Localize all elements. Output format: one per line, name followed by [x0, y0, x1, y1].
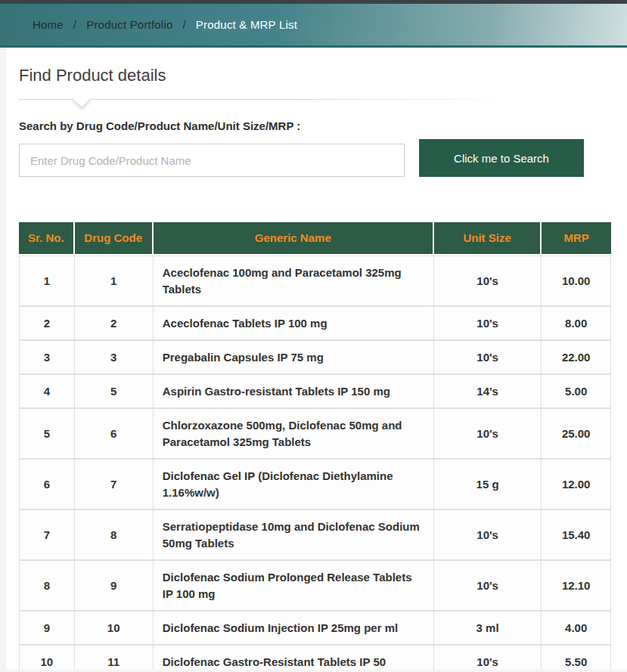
- col-header-mrp: MRP: [542, 222, 611, 255]
- cell-unit: 3 ml: [434, 612, 542, 646]
- cell-unit: 14's: [434, 375, 542, 409]
- table-row: 11Aceclofenac 100mg and Paracetamol 325m…: [19, 255, 611, 307]
- table-row: 33Pregabalin Capsules IP 75 mg10's22.00: [19, 341, 611, 375]
- cell-code: 9: [75, 561, 154, 612]
- cell-sr: 10: [19, 646, 75, 670]
- cell-mrp: 5.50: [542, 646, 611, 670]
- breadcrumb-item-product-mrp-list: Product & MRP List: [196, 18, 297, 31]
- cell-name: Aspirin Gastro-resistant Tablets IP 150 …: [154, 375, 434, 409]
- table-row: 910Diclofenac Sodium Injection IP 25mg p…: [19, 612, 611, 646]
- cell-code: 1: [75, 255, 154, 307]
- search-input[interactable]: [19, 144, 405, 177]
- cell-sr: 5: [19, 409, 75, 460]
- cell-name: Diclofenac Sodium Prolonged Release Tabl…: [154, 561, 434, 612]
- cell-name: Diclofenac Gel IP (Diclofenac Diethylami…: [154, 460, 434, 510]
- col-header-unit-size: Unit Size: [434, 222, 542, 255]
- cell-name: Diclofenac Gastro-Resistant Tablets IP 5…: [154, 646, 434, 670]
- table-row: 78Serratiopeptidase 10mg and Diclofenac …: [19, 510, 611, 561]
- cell-unit: 10's: [434, 409, 542, 460]
- cell-name: Chlorzoxazone 500mg, Diclofenac 50mg and…: [154, 409, 434, 460]
- product-table-body: 11Aceclofenac 100mg and Paracetamol 325m…: [19, 255, 611, 670]
- table-row: 22Aceclofenac Tablets IP 100 mg10's8.00: [19, 307, 611, 341]
- cell-code: 3: [75, 341, 154, 375]
- cell-mrp: 5.00: [542, 375, 611, 409]
- content-area: Find Product details Search by Drug Code…: [6, 48, 611, 670]
- cell-mrp: 12.10: [542, 561, 611, 612]
- table-row: 1011Diclofenac Gastro-Resistant Tablets …: [19, 646, 611, 670]
- col-header-sr-no: Sr. No.: [19, 222, 75, 255]
- cell-code: 2: [75, 307, 154, 341]
- cell-code: 11: [75, 646, 154, 670]
- cell-name: Pregabalin Capsules IP 75 mg: [154, 341, 434, 375]
- cell-name: Aceclofenac 100mg and Paracetamol 325mg …: [154, 255, 434, 307]
- breadcrumb-separator: /: [73, 18, 76, 31]
- cell-code: 7: [75, 460, 154, 510]
- page-header: Home/Product Portfolio/Product & MRP Lis…: [0, 4, 627, 48]
- cell-name: Diclofenac Sodium Injection IP 25mg per …: [154, 612, 434, 646]
- cell-sr: 2: [19, 307, 75, 341]
- cell-unit: 10's: [434, 510, 542, 561]
- cell-unit: 10's: [434, 255, 542, 307]
- divider-notch-icon: [72, 89, 91, 108]
- table-row: 45Aspirin Gastro-resistant Tablets IP 15…: [19, 375, 611, 409]
- cell-code: 5: [75, 375, 154, 409]
- cell-name: Aceclofenac Tablets IP 100 mg: [154, 307, 434, 341]
- cell-sr: 7: [19, 510, 75, 561]
- section-divider: [19, 99, 611, 100]
- cell-mrp: 8.00: [542, 307, 611, 341]
- cell-mrp: 15.40: [542, 510, 611, 561]
- cell-name: Serratiopeptidase 10mg and Diclofenac So…: [154, 510, 434, 561]
- table-row: 67Diclofenac Gel IP (Diclofenac Diethyla…: [19, 460, 611, 510]
- product-table: Sr. No.Drug CodeGeneric NameUnit SizeMRP…: [19, 222, 611, 670]
- col-header-drug-code: Drug Code: [75, 222, 154, 255]
- cell-sr: 1: [19, 255, 75, 307]
- cell-unit: 10's: [434, 341, 542, 375]
- cell-code: 6: [75, 409, 154, 460]
- cell-mrp: 12.00: [542, 460, 611, 510]
- breadcrumb-item-home[interactable]: Home: [33, 18, 64, 31]
- cell-sr: 6: [19, 460, 75, 510]
- cell-unit: 10's: [434, 646, 542, 670]
- cell-code: 8: [75, 510, 154, 561]
- cell-unit: 15 g: [434, 460, 542, 510]
- table-row: 89Diclofenac Sodium Prolonged Release Ta…: [19, 561, 611, 612]
- product-table-header-row: Sr. No.Drug CodeGeneric NameUnit SizeMRP: [19, 222, 611, 255]
- cell-code: 10: [75, 612, 154, 646]
- cell-unit: 10's: [434, 307, 542, 341]
- search-row: Click me to Search: [19, 139, 611, 177]
- product-table-head: Sr. No.Drug CodeGeneric NameUnit SizeMRP: [19, 222, 611, 255]
- cell-mrp: 22.00: [542, 341, 611, 375]
- breadcrumb-separator: /: [182, 18, 185, 31]
- col-header-generic-name: Generic Name: [154, 222, 434, 255]
- cell-sr: 3: [19, 341, 75, 375]
- table-row: 56Chlorzoxazone 500mg, Diclofenac 50mg a…: [19, 409, 611, 460]
- cell-mrp: 10.00: [542, 255, 611, 307]
- content-card: Find Product details Search by Drug Code…: [6, 48, 627, 670]
- search-button[interactable]: Click me to Search: [419, 139, 584, 177]
- search-label: Search by Drug Code/Product Name/Unit Si…: [19, 119, 611, 132]
- cell-unit: 10's: [434, 561, 542, 612]
- page-title: Find Product details: [19, 66, 611, 85]
- cell-sr: 8: [19, 561, 75, 612]
- cell-mrp: 25.00: [542, 409, 611, 460]
- cell-sr: 9: [19, 612, 75, 646]
- breadcrumb-item-product-portfolio[interactable]: Product Portfolio: [86, 18, 172, 31]
- cell-sr: 4: [19, 375, 75, 409]
- cell-mrp: 4.00: [542, 612, 611, 646]
- breadcrumb: Home/Product Portfolio/Product & MRP Lis…: [33, 18, 297, 31]
